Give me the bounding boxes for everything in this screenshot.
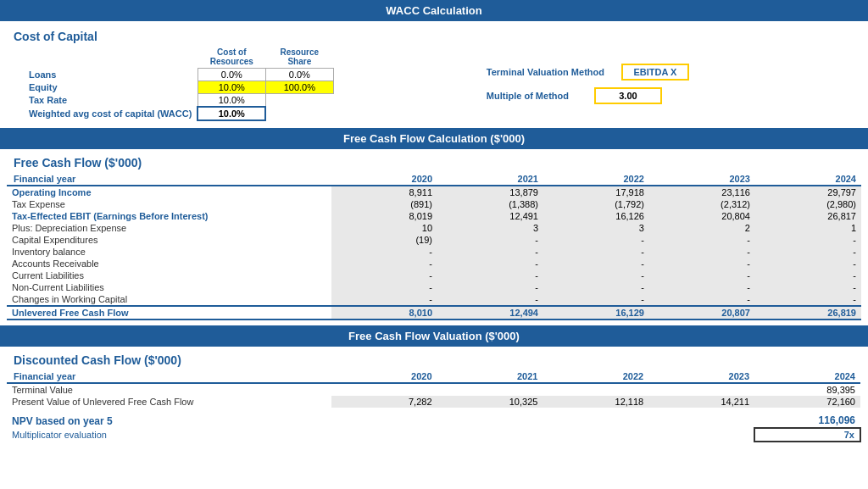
ebit-2020: 8,019 bbox=[331, 210, 437, 222]
inv-2022: - bbox=[543, 246, 649, 258]
loans-share[interactable]: 0.0% bbox=[265, 69, 333, 81]
fcf-year-col-header: Financial year bbox=[7, 173, 331, 186]
fcf-year-2024: 2024 bbox=[755, 173, 861, 186]
ebit-2022: 16,126 bbox=[543, 210, 649, 222]
operating-income-label: Operating Income bbox=[7, 186, 331, 198]
cl-2021: - bbox=[437, 270, 543, 281]
dep-2024: 1 bbox=[755, 222, 861, 234]
fcf-year-2021: 2021 bbox=[437, 173, 543, 186]
ncl-2020: - bbox=[331, 281, 437, 293]
dcf-year-col-header: Financial year bbox=[7, 370, 331, 383]
ar-2020: - bbox=[331, 258, 437, 270]
equity-cost[interactable]: 10.0% bbox=[198, 81, 265, 94]
oi-2024: 29,797 bbox=[755, 186, 861, 198]
fcf-year-2023: 2023 bbox=[649, 173, 755, 186]
inv-2020: - bbox=[331, 246, 437, 258]
fcf-title: Free Cash Flow ($'000) bbox=[7, 151, 861, 173]
inv-2021: - bbox=[437, 246, 543, 258]
cl-2023: - bbox=[649, 270, 755, 281]
ar-2021: - bbox=[437, 258, 543, 270]
pv-2023: 14,211 bbox=[648, 396, 754, 408]
npv-2021 bbox=[437, 414, 543, 428]
te-2021: (1,388) bbox=[437, 198, 543, 210]
cl-2024: - bbox=[755, 270, 861, 281]
loans-label: Loans bbox=[24, 69, 198, 81]
terminal-valuation-label: Terminal Valuation Method bbox=[487, 67, 604, 77]
ar-2024: - bbox=[755, 258, 861, 270]
inv-2023: - bbox=[649, 246, 755, 258]
ufcf-label: Unlevered Free Cash Flow bbox=[7, 306, 331, 320]
ar-2022: - bbox=[543, 258, 649, 270]
wc-label: Changes in Working Capital bbox=[7, 293, 331, 306]
tv-2020 bbox=[331, 383, 437, 396]
ar-2023: - bbox=[649, 258, 755, 270]
pv-2022: 12,118 bbox=[542, 396, 648, 408]
loans-cost[interactable]: 0.0% bbox=[198, 69, 265, 81]
capex-2020: (19) bbox=[331, 234, 437, 246]
terminal-value-label: Terminal Value bbox=[7, 383, 331, 396]
ufcf-2024: 26,819 bbox=[755, 306, 861, 320]
npv-2020 bbox=[331, 414, 437, 428]
wacc-value[interactable]: 10.0% bbox=[198, 107, 265, 120]
terminal-valuation-value[interactable]: EBITDA X bbox=[621, 64, 689, 81]
multiplicator-value: 7x bbox=[754, 428, 860, 442]
capex-label: Capital Expenditures bbox=[7, 234, 331, 246]
fcf-year-2022: 2022 bbox=[543, 173, 649, 186]
multiple-of-method-label: Multiple of Method bbox=[487, 91, 569, 101]
wc-2020: - bbox=[331, 293, 437, 306]
col2-header-line1: Resource bbox=[281, 47, 320, 57]
dcf-header: Free Cash Flow Valuation ($'000) bbox=[0, 325, 868, 347]
wc-2021: - bbox=[437, 293, 543, 306]
wacc-header: WACC Calculation bbox=[0, 0, 868, 21]
fcf-year-2020: 2020 bbox=[331, 173, 437, 186]
dep-2020: 10 bbox=[331, 222, 437, 234]
ufcf-2020: 8,010 bbox=[331, 306, 437, 320]
tv-2024: 89,395 bbox=[754, 383, 860, 396]
pv-label: Present Value of Unlevered Free Cash Flo… bbox=[7, 396, 331, 408]
col2-header-line2: Share bbox=[287, 57, 311, 66]
inventory-label: Inventory balance bbox=[7, 246, 331, 258]
dcf-year-2022: 2022 bbox=[542, 370, 648, 383]
ufcf-2023: 20,807 bbox=[649, 306, 755, 320]
te-2020: (891) bbox=[331, 198, 437, 210]
capex-2022: - bbox=[543, 234, 649, 246]
ufcf-2021: 12,494 bbox=[437, 306, 543, 320]
col1-header-line1: Cost of bbox=[217, 47, 246, 57]
pv-2024: 72,160 bbox=[754, 396, 860, 408]
te-2023: (2,312) bbox=[649, 198, 755, 210]
capex-2023: - bbox=[649, 234, 755, 246]
tax-rate-value[interactable]: 10.0% bbox=[198, 94, 265, 108]
ncl-2024: - bbox=[755, 281, 861, 293]
dep-2022: 3 bbox=[543, 222, 649, 234]
fcf-header: Free Cash Flow Calculation ($'000) bbox=[0, 128, 868, 149]
multiplicator-label: Multiplicator evaluation bbox=[7, 428, 331, 442]
dcf-year-2021: 2021 bbox=[437, 370, 543, 383]
multiple-of-method-value[interactable]: 3.00 bbox=[594, 87, 662, 104]
inv-2024: - bbox=[755, 246, 861, 258]
oi-2021: 13,879 bbox=[437, 186, 543, 198]
npv-2023 bbox=[648, 414, 754, 428]
wacc-label: Weighted avg cost of capital (WACC) bbox=[24, 107, 198, 120]
dep-2021: 3 bbox=[437, 222, 543, 234]
ncl-2023: - bbox=[649, 281, 755, 293]
ncl-label: Non-Current Liabilities bbox=[7, 281, 331, 293]
cl-2022: - bbox=[543, 270, 649, 281]
equity-share[interactable]: 100.0% bbox=[265, 81, 333, 94]
oi-2020: 8,911 bbox=[331, 186, 437, 198]
tv-2022 bbox=[542, 383, 648, 396]
wc-2024: - bbox=[755, 293, 861, 306]
wc-2023: - bbox=[649, 293, 755, 306]
ar-label: Accounts Receivable bbox=[7, 258, 331, 270]
ebit-2023: 20,804 bbox=[649, 210, 755, 222]
ebit-2021: 12,491 bbox=[437, 210, 543, 222]
npv-value: 116,096 bbox=[754, 414, 860, 428]
equity-label: Equity bbox=[24, 81, 198, 94]
pv-2020: 7,282 bbox=[331, 396, 437, 408]
npv-label: NPV based on year 5 bbox=[7, 414, 331, 428]
ebit-2024: 26,817 bbox=[755, 210, 861, 222]
cl-label: Current Liabilities bbox=[7, 270, 331, 281]
ncl-2021: - bbox=[437, 281, 543, 293]
tv-2023 bbox=[648, 383, 754, 396]
depreciation-label: Plus: Depreciation Expense bbox=[7, 222, 331, 234]
cost-of-capital-title: Cost of Capital bbox=[7, 25, 861, 47]
